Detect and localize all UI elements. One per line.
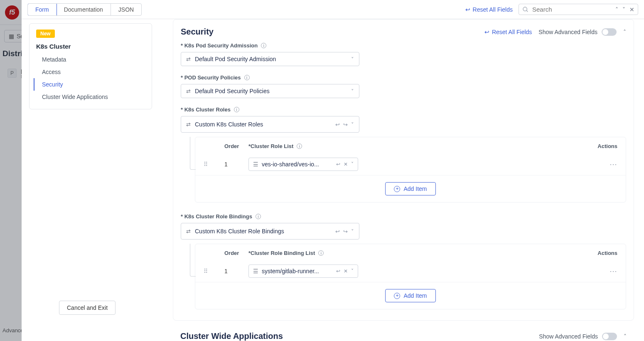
chevron-down-icon: ˅ (351, 56, 354, 62)
modal-body: New K8s Cluster Metadata Access Security… (22, 19, 644, 341)
field-cluster-roles: * K8s Cluster Roles i ⇄ Custom K8s Clust… (181, 106, 626, 203)
cluster-role-list-header: Order *Cluster Role List i Actions (195, 137, 626, 153)
nav-item-cluster-wide-apps[interactable]: Cluster Wide Applications (34, 91, 152, 103)
show-advanced-label: Show Advanced Fields (538, 29, 597, 35)
tab-json[interactable]: JSON (111, 4, 141, 15)
add-cluster-role-button[interactable]: + Add Item (385, 182, 435, 195)
cluster-role-bindings-select[interactable]: ⇄ Custom K8s Cluster Role Bindings ↩ ↪ ˅ (181, 223, 359, 240)
chevron-down-icon: ˅ (351, 121, 354, 128)
redo-icon[interactable]: ↪ (343, 228, 348, 235)
pod-admission-value: Default Pod Security Admission (195, 56, 347, 62)
undo-icon[interactable]: ↩ (335, 121, 340, 128)
tree-connector (190, 137, 196, 170)
col-order: Order (224, 250, 248, 256)
branch-icon: ⇄ (186, 228, 191, 235)
row-order: 1 (224, 268, 248, 274)
search-icon (522, 6, 529, 13)
cluster-role-bindings-label: * K8s Cluster Role Bindings (181, 213, 252, 220)
reset-icon: ↩ (465, 6, 470, 13)
search-box[interactable]: ˄ ˅ ✕ (519, 4, 638, 15)
show-advanced-toggle-wrap: Show Advanced Fields (538, 28, 617, 36)
undo-icon[interactable]: ↩ (336, 161, 340, 167)
plus-circle-icon: + (394, 293, 400, 299)
form-content: Security ↩ Reset All Fields Show Advance… (152, 19, 644, 341)
info-icon[interactable]: i (256, 214, 261, 219)
info-icon[interactable]: i (261, 43, 266, 48)
view-tabs: Form Documentation JSON (27, 3, 142, 16)
col-actions: Actions (584, 143, 617, 149)
info-icon[interactable]: i (244, 75, 250, 80)
branch-icon: ⇄ (186, 56, 191, 62)
cluster-role-binding-row: ⠿ 1 ☰ system/gitlab-runner... ↩ ✕ (195, 260, 626, 282)
reset-all-fields-top[interactable]: ↩ Reset All Fields (465, 6, 513, 13)
show-advanced-toggle-wrap-2: Show Advanced Fields (539, 333, 617, 340)
modal-topbar: Form Documentation JSON ↩ Reset All Fiel… (22, 0, 644, 19)
left-nav: Metadata Access Security Cluster Wide Ap… (34, 53, 152, 103)
cluster-role-row: ⠿ 1 ☰ ves-io-shared/ves-io... ↩ ✕ (195, 153, 626, 175)
add-cluster-role-binding-button[interactable]: + Add Item (385, 289, 435, 302)
collapse-section-icon-2[interactable]: ˄ (624, 333, 627, 340)
svg-line-1 (526, 10, 528, 12)
reset-icon: ↩ (484, 29, 489, 35)
search-next-icon[interactable]: ˅ (622, 6, 625, 13)
cancel-and-exit-button[interactable]: Cancel and Exit (59, 301, 116, 315)
row-actions-icon[interactable]: ⋯ (610, 160, 617, 168)
tab-form[interactable]: Form (27, 3, 57, 16)
plus-circle-icon: + (394, 186, 400, 192)
cluster-role-ref-value: ves-io-shared/ves-io... (262, 161, 333, 168)
reference-icon: ☰ (253, 161, 258, 168)
left-column: New K8s Cluster Metadata Access Security… (29, 23, 152, 341)
pod-admission-select[interactable]: ⇄ Default Pod Security Admission ˅ (181, 52, 359, 66)
col-actions: Actions (584, 250, 617, 256)
collapse-section-icon[interactable]: ˄ (623, 29, 626, 35)
chevron-down-icon: ˅ (351, 268, 354, 274)
chevron-down-icon: ˅ (351, 88, 354, 94)
tab-documentation[interactable]: Documentation (57, 4, 111, 15)
chevron-down-icon: ˅ (351, 228, 354, 235)
nav-item-metadata[interactable]: Metadata (34, 53, 152, 66)
undo-icon[interactable]: ↩ (336, 268, 340, 274)
col-order: Order (224, 143, 248, 149)
show-advanced-toggle[interactable] (602, 28, 617, 36)
nav-item-security[interactable]: Security (34, 78, 152, 91)
pod-policies-label: * POD Security Policies (181, 74, 241, 81)
pod-policies-value: Default Pod Security Policies (195, 88, 347, 94)
show-advanced-toggle-2[interactable] (602, 333, 617, 340)
field-pod-security-admission: * K8s Pod Security Admission i ⇄ Default… (181, 42, 359, 66)
pod-policies-select[interactable]: ⇄ Default Pod Security Policies ˅ (181, 84, 359, 98)
branch-icon: ⇄ (186, 88, 191, 94)
field-pod-security-policies: * POD Security Policies i ⇄ Default Pod … (181, 74, 359, 98)
drag-handle-icon[interactable]: ⠿ (204, 161, 207, 168)
chevron-down-icon: ˅ (351, 161, 354, 167)
nav-item-access[interactable]: Access (34, 66, 152, 78)
clear-icon[interactable]: ✕ (344, 268, 348, 274)
row-actions-icon[interactable]: ⋯ (610, 267, 617, 275)
search-prev-icon[interactable]: ˄ (615, 6, 618, 13)
security-section: Security ↩ Reset All Fields Show Advance… (173, 19, 634, 321)
row-order: 1 (224, 161, 248, 168)
search-input[interactable] (532, 6, 612, 13)
cluster-role-bindings-value: Custom K8s Cluster Role Bindings (195, 228, 331, 235)
svg-point-0 (523, 7, 527, 11)
cluster-roles-select[interactable]: ⇄ Custom K8s Cluster Roles ↩ ↪ ˅ (181, 116, 359, 133)
redo-icon[interactable]: ↪ (343, 121, 348, 128)
cluster-role-ref-select[interactable]: ☰ ves-io-shared/ves-io... ↩ ✕ ˅ (248, 158, 358, 171)
reference-icon: ☰ (253, 268, 258, 274)
drag-handle-icon[interactable]: ⠿ (204, 268, 207, 274)
undo-icon[interactable]: ↩ (335, 228, 340, 235)
search-clear-icon[interactable]: ✕ (629, 6, 634, 13)
cluster-wide-apps-title: Cluster Wide Applications (180, 331, 283, 341)
clear-icon[interactable]: ✕ (344, 161, 348, 167)
col-cluster-role-binding-list: *Cluster Role Binding List (248, 250, 315, 256)
left-nav-title: K8s Cluster (36, 43, 145, 50)
info-icon[interactable]: i (234, 107, 239, 112)
branch-icon: ⇄ (186, 121, 191, 128)
cluster-role-binding-ref-select[interactable]: ☰ system/gitlab-runner... ↩ ✕ ˅ (248, 264, 358, 278)
info-icon[interactable]: i (297, 143, 302, 149)
left-nav-panel: New K8s Cluster Metadata Access Security… (29, 23, 152, 109)
cluster-roles-label: * K8s Cluster Roles (181, 106, 231, 113)
add-item-label: Add Item (403, 185, 427, 192)
info-icon[interactable]: i (318, 250, 324, 256)
reset-all-fields-section[interactable]: ↩ Reset All Fields (484, 29, 532, 35)
modal: Form Documentation JSON ↩ Reset All Fiel… (22, 0, 644, 341)
